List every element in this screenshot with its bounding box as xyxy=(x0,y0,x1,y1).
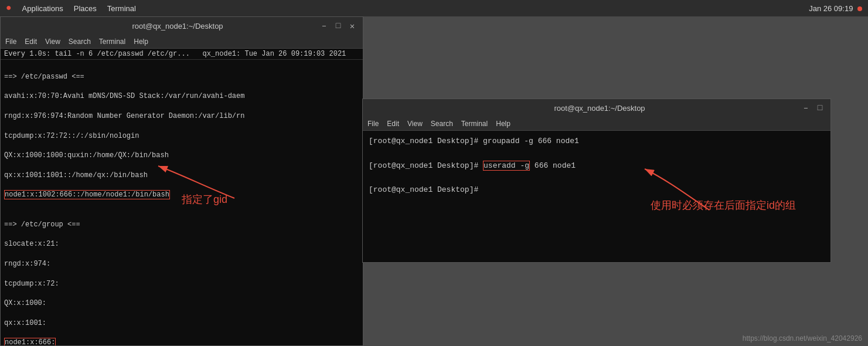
terminal-title-left: root@qx_node1:~/Desktop xyxy=(36,22,319,30)
maximize-button-left[interactable]: □ xyxy=(333,21,343,30)
system-bar-left: ● Applications Places Terminal xyxy=(6,3,136,13)
redhat-logo: ● xyxy=(6,3,12,13)
system-bar: ● Applications Places Terminal Jan 26 09… xyxy=(0,0,868,16)
menubar-left: File Edit View Search Terminal Help xyxy=(1,35,363,49)
menubar-right: File Edit View Search Terminal Help xyxy=(363,117,830,131)
close-button-left[interactable]: ✕ xyxy=(348,21,357,31)
terminal-menu[interactable]: Terminal xyxy=(107,4,136,13)
minimize-button-right[interactable]: – xyxy=(801,103,811,113)
menu-search-right[interactable]: Search xyxy=(431,120,453,128)
menu-edit-left[interactable]: Edit xyxy=(25,38,37,46)
places-menu[interactable]: Places xyxy=(74,4,97,13)
terminal-content-left[interactable]: ==> /etc/passwd <== avahi:x:70:70:Avahi … xyxy=(1,60,363,345)
window-controls-right: – □ xyxy=(801,103,825,113)
passwd-node1-line: node1:x:1002:666::/home/node1:/bin/bash xyxy=(4,190,359,200)
minimize-button-left[interactable]: – xyxy=(319,21,329,30)
desktop: root@qx_node1:~/Desktop – □ ✕ File Edit … xyxy=(0,16,868,346)
terminal-title-right: root@qx_node1:~/Desktop xyxy=(398,104,801,113)
menu-terminal-left[interactable]: Terminal xyxy=(99,38,125,46)
useradd-line: [root@qx_node1 Desktop]# useradd -g 666 … xyxy=(369,160,825,172)
menu-file-right[interactable]: File xyxy=(367,120,379,128)
watch-header: Every 1.0s: tail -n 6 /etc/passwd /etc/g… xyxy=(1,49,363,60)
menu-edit-right[interactable]: Edit xyxy=(387,120,399,128)
terminal-content-right[interactable]: [root@qx_node1 Desktop]# groupadd -g 666… xyxy=(363,131,830,262)
titlebar-right: root@qx_node1:~/Desktop – □ xyxy=(363,99,830,117)
status-dot xyxy=(857,6,862,11)
titlebar-left: root@qx_node1:~/Desktop – □ ✕ xyxy=(1,17,363,35)
watermark: https://blog.csdn.net/weixin_42042926 xyxy=(743,334,862,342)
menu-help-right[interactable]: Help xyxy=(496,120,510,128)
terminal-window-right: root@qx_node1:~/Desktop – □ File Edit Vi… xyxy=(362,99,831,263)
menu-terminal-right[interactable]: Terminal xyxy=(461,120,488,128)
system-datetime: Jan 26 09:19 xyxy=(809,4,862,13)
menu-view-right[interactable]: View xyxy=(407,120,423,128)
maximize-button-right[interactable]: □ xyxy=(815,103,825,113)
applications-menu[interactable]: Applications xyxy=(22,4,63,13)
terminal-window-left: root@qx_node1:~/Desktop – □ ✕ File Edit … xyxy=(0,16,363,346)
menu-file-left[interactable]: File xyxy=(5,38,16,46)
group-node1-line: node1:x:666: xyxy=(4,338,359,345)
menu-search-left[interactable]: Search xyxy=(69,38,91,46)
menu-help-left[interactable]: Help xyxy=(134,38,148,46)
window-controls-left: – □ ✕ xyxy=(319,21,357,31)
menu-view-left[interactable]: View xyxy=(45,38,60,46)
